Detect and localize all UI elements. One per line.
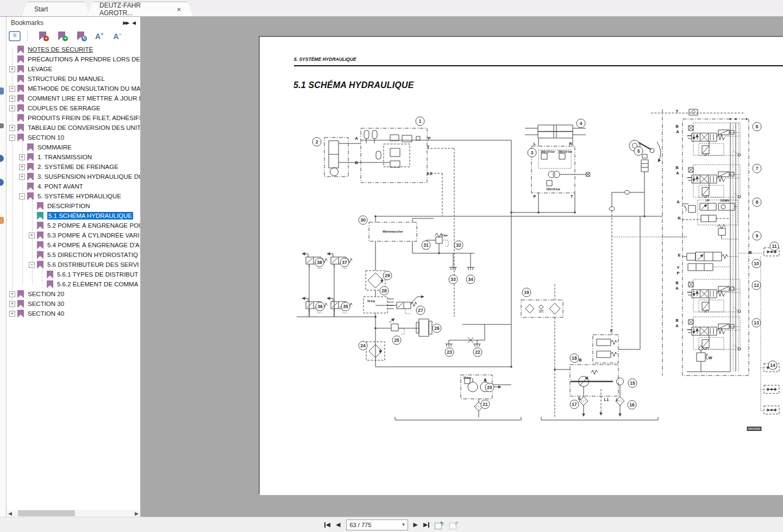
bookmark-item[interactable]: SOMMAIRE <box>7 142 140 152</box>
close-tab-icon[interactable]: × <box>177 5 181 14</box>
scrollbar-track[interactable] <box>14 510 133 517</box>
bookmark-item[interactable]: 5.4 POMPE À ENGRENAGE D'A <box>7 240 140 250</box>
scrollbar-thumb[interactable] <box>18 510 75 516</box>
locate-bookmark-button[interactable]: ↻ <box>77 32 84 40</box>
bookmark-item[interactable]: +LEVAGE <box>7 64 140 74</box>
expand-icon[interactable]: + <box>19 164 25 170</box>
diagram-label: Y <box>675 109 678 114</box>
add-bookmark-button[interactable]: + <box>58 32 65 40</box>
bookmark-item[interactable]: 5.6.2 ÉLÉMENT DE COMMA <box>7 279 140 289</box>
bookmark-options-icon[interactable]: ≡ <box>9 31 21 41</box>
bookmark-item[interactable]: −SECTION 10 <box>7 133 140 142</box>
bookmark-item[interactable]: 5.2 POMPE À ENGRENAGE POU <box>7 221 140 230</box>
expand-icon[interactable]: + <box>19 174 25 180</box>
diagram-label: R <box>678 216 680 221</box>
bookmark-flag-icon <box>27 173 34 181</box>
diagram-callout: 22 <box>473 348 483 357</box>
bookmark-item[interactable]: +TABLEAU DE CONVERSION DES UNIT <box>7 123 140 133</box>
panel-icon[interactable] <box>0 155 4 162</box>
diagram-callout: 9 <box>753 231 762 241</box>
diagram-callout: 5 <box>634 147 643 156</box>
expand-icon[interactable]: + <box>9 125 15 131</box>
bookmark-item-label: DESCRIPTION <box>47 203 90 209</box>
panel-icon[interactable] <box>0 87 4 95</box>
first-page-button[interactable]: ◀ <box>324 521 330 528</box>
expand-icon[interactable]: + <box>9 105 15 111</box>
bookmark-item[interactable]: 5.6.1 TYPES DE DISTRIBUT <box>7 270 140 279</box>
bookmark-flag-icon <box>17 95 24 103</box>
previous-view-button[interactable]: ↰ <box>435 521 444 529</box>
bookmark-item[interactable]: NOTES DE SÉCURITÉ <box>7 45 140 54</box>
sidebar-horizontal-scrollbar[interactable]: ◀ ▶ <box>7 510 140 517</box>
bookmark-item-label: 4. PONT AVANT <box>37 183 83 190</box>
scroll-left-icon[interactable]: ◀ <box>7 511 14 516</box>
tab-document[interactable]: DEUTZ-FAHR AGROTR... × <box>87 2 193 16</box>
diagram-label: 280±10 bar <box>541 150 555 153</box>
last-page-button[interactable]: ▶ <box>423 521 429 528</box>
expand-icon[interactable]: + <box>29 233 35 239</box>
diagram-label: T <box>571 194 573 199</box>
diagram-label: 25 bar <box>463 376 472 379</box>
expand-icon[interactable]: + <box>19 154 25 160</box>
expand-icon[interactable]: + <box>9 66 15 72</box>
bookmark-item[interactable]: STRUCTURE DU MANUEL <box>7 74 140 84</box>
expand-icon[interactable]: + <box>9 96 15 102</box>
page-number-field[interactable]: 63 / 775 ▼ <box>346 520 408 530</box>
tab-document-label: DEUTZ-FAHR AGROTR... <box>99 2 169 17</box>
diagram-callout: 4 <box>577 119 586 128</box>
bookmark-flag-icon <box>27 192 34 201</box>
previous-page-button[interactable]: ◀ <box>336 521 340 528</box>
bookmark-item[interactable]: PRODUITS FREIN DE FILET, ADHÉSIFS <box>7 113 140 123</box>
bookmark-item-label: PRÉCAUTIONS À PRENDRE LORS DE L <box>28 56 140 62</box>
decrease-text-size-button[interactable]: A− <box>113 32 121 41</box>
expand-icon[interactable]: + <box>9 291 15 297</box>
diagram-callout: 6 <box>753 122 762 132</box>
scroll-right-icon[interactable]: ▶ <box>133 511 140 516</box>
bookmarks-toolbar: ≡ × + ↻ A+ A− <box>7 28 140 43</box>
expand-panel-icon[interactable]: ▶▶ <box>123 20 128 26</box>
collapse-icon[interactable]: − <box>9 135 15 141</box>
collapse-icon[interactable]: − <box>19 193 25 199</box>
bookmark-item[interactable]: DESCRIPTION <box>7 201 140 211</box>
bookmark-item[interactable]: +SECTION 30 <box>7 299 140 309</box>
panel-resize-grip[interactable] <box>139 239 142 260</box>
collapse-panel-icon[interactable]: ◀ <box>132 20 136 26</box>
diagram-label: P <box>676 271 679 276</box>
tab-start[interactable]: Start <box>22 2 90 16</box>
diagram-label: B <box>749 250 751 255</box>
diagram-label: 6 bar <box>441 234 448 237</box>
bookmark-item[interactable]: +3. SUSPENSION HYDRAULIQUE DU <box>7 172 140 181</box>
expand-icon[interactable]: + <box>9 311 15 317</box>
bookmark-item[interactable]: +1. TRANSMISSION <box>7 152 140 162</box>
bookmark-item[interactable]: PRÉCAUTIONS À PRENDRE LORS DE L <box>7 54 140 64</box>
bookmark-item[interactable]: 5.5 DIRECTION HYDROSTATIQ <box>7 250 140 260</box>
delete-bookmark-button[interactable]: × <box>39 32 46 40</box>
bookmark-item[interactable]: +2. SYSTÈME DE FREINAGE <box>7 162 140 172</box>
bookmark-flag-icon <box>17 300 24 308</box>
bookmark-item[interactable]: −5.6 DISTRIBUTEUR DES SERVI <box>7 260 140 270</box>
bookmark-item[interactable]: +COMMENT LIRE ET METTRE À JOUR L <box>7 93 140 103</box>
page-dropdown-icon[interactable]: ▼ <box>400 522 408 527</box>
diagram-callout: 1 <box>416 117 425 126</box>
panel-icon[interactable] <box>0 123 4 128</box>
diagram-callout: 26 <box>433 324 442 333</box>
bookmark-item[interactable]: +COUPLES DE SERRAGE <box>7 103 140 113</box>
bookmark-item[interactable]: +SECTION 20 <box>7 289 140 299</box>
collapse-icon[interactable]: − <box>29 262 35 268</box>
panel-icon[interactable] <box>0 217 4 224</box>
bookmark-item[interactable]: +5.3 POMPE À CYLINDRÉE VARI <box>7 230 140 240</box>
panel-icon[interactable] <box>0 179 4 186</box>
next-view-button[interactable]: ↱ <box>449 521 459 529</box>
expand-icon[interactable]: + <box>9 301 15 307</box>
bookmark-item[interactable]: 4. PONT AVANT <box>7 181 140 191</box>
bookmark-item[interactable]: +SECTION 40 <box>7 309 140 318</box>
next-page-button[interactable]: ▶ <box>414 521 418 528</box>
tab-bar: Start DEUTZ-FAHR AGROTR... × <box>0 0 783 17</box>
document-area[interactable]: 5. SYSTÈME HYDRAULIQUE 5.1 SCHÉMA HYDRAU… <box>141 17 783 517</box>
bookmark-item[interactable]: 5.1 SCHÉMA HYDRAULIQUE <box>7 211 140 221</box>
bookmark-item[interactable]: −5. SYSTÈME HYDRAULIQUE <box>7 191 140 201</box>
increase-text-size-button[interactable]: A+ <box>95 32 103 41</box>
add-badge-icon: + <box>62 36 68 41</box>
bookmark-item[interactable]: +MÉTHODE DE CONSULTATION DU MA <box>7 84 140 93</box>
expand-icon[interactable]: + <box>9 86 15 92</box>
